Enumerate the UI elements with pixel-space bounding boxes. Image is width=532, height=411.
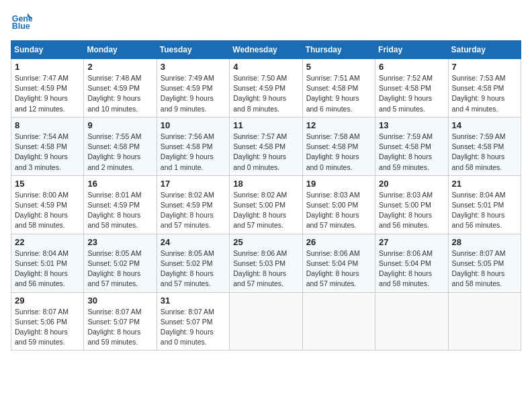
- day-info: Sunrise: 8:02 AMSunset: 4:59 PMDaylight:…: [161, 190, 226, 231]
- day-number: 22: [15, 237, 80, 247]
- day-number: 19: [306, 179, 371, 189]
- calendar-cell: 24Sunrise: 8:05 AMSunset: 5:02 PMDayligh…: [157, 234, 229, 292]
- day-number: 18: [233, 179, 298, 189]
- col-wednesday: Wednesday: [230, 41, 302, 59]
- calendar-cell: 10Sunrise: 7:56 AMSunset: 4:58 PMDayligh…: [157, 117, 229, 175]
- svg-text:Blue: Blue: [12, 21, 30, 31]
- calendar-cell: 9Sunrise: 7:55 AMSunset: 4:58 PMDaylight…: [84, 117, 157, 175]
- logo-icon: General Blue: [11, 11, 32, 32]
- day-number: 21: [452, 179, 517, 189]
- calendar-cell: 16Sunrise: 8:01 AMSunset: 4:59 PMDayligh…: [84, 175, 157, 234]
- day-info: Sunrise: 7:54 AMSunset: 4:58 PMDaylight:…: [15, 132, 80, 173]
- col-monday: Monday: [84, 41, 157, 59]
- calendar-cell: 22Sunrise: 8:04 AMSunset: 5:01 PMDayligh…: [11, 234, 84, 292]
- calendar-cell: 13Sunrise: 7:59 AMSunset: 4:58 PMDayligh…: [375, 117, 448, 175]
- day-info: Sunrise: 7:59 AMSunset: 4:58 PMDaylight:…: [379, 132, 444, 173]
- day-info: Sunrise: 7:58 AMSunset: 4:58 PMDaylight:…: [306, 132, 371, 173]
- day-info: Sunrise: 8:07 AMSunset: 5:06 PMDaylight:…: [15, 307, 80, 348]
- day-number: 16: [87, 179, 152, 189]
- day-info: Sunrise: 8:03 AMSunset: 5:00 PMDaylight:…: [379, 190, 444, 231]
- day-number: 13: [379, 120, 444, 130]
- day-number: 8: [15, 120, 80, 130]
- day-info: Sunrise: 8:07 AMSunset: 5:07 PMDaylight:…: [87, 307, 152, 348]
- calendar-cell: 4Sunrise: 7:50 AMSunset: 4:59 PMDaylight…: [230, 59, 302, 118]
- calendar-cell: 17Sunrise: 8:02 AMSunset: 4:59 PMDayligh…: [157, 175, 229, 234]
- day-number: 3: [161, 62, 226, 72]
- calendar-cell: [375, 292, 448, 351]
- day-info: Sunrise: 8:06 AMSunset: 5:04 PMDaylight:…: [306, 248, 371, 289]
- day-info: Sunrise: 7:51 AMSunset: 4:58 PMDaylight:…: [306, 73, 371, 114]
- day-info: Sunrise: 8:07 AMSunset: 5:07 PMDaylight:…: [161, 307, 226, 348]
- day-number: 12: [306, 120, 371, 130]
- day-number: 27: [379, 237, 444, 247]
- calendar-cell: 28Sunrise: 8:07 AMSunset: 5:05 PMDayligh…: [448, 234, 521, 292]
- day-info: Sunrise: 7:57 AMSunset: 4:58 PMDaylight:…: [233, 132, 298, 173]
- day-info: Sunrise: 8:01 AMSunset: 4:59 PMDaylight:…: [87, 190, 152, 231]
- day-info: Sunrise: 8:02 AMSunset: 5:00 PMDaylight:…: [233, 190, 298, 231]
- day-info: Sunrise: 8:07 AMSunset: 5:05 PMDaylight:…: [452, 248, 517, 289]
- day-info: Sunrise: 8:00 AMSunset: 4:59 PMDaylight:…: [15, 190, 80, 231]
- day-number: 28: [452, 237, 517, 247]
- day-number: 25: [233, 237, 298, 247]
- day-number: 24: [161, 237, 226, 247]
- day-number: 1: [15, 62, 80, 72]
- day-number: 29: [15, 295, 80, 306]
- day-info: Sunrise: 8:05 AMSunset: 5:02 PMDaylight:…: [161, 248, 226, 289]
- day-number: 6: [379, 62, 444, 72]
- day-number: 2: [87, 62, 152, 72]
- day-number: 20: [379, 179, 444, 189]
- day-info: Sunrise: 8:05 AMSunset: 5:02 PMDaylight:…: [87, 248, 152, 289]
- calendar-cell: 12Sunrise: 7:58 AMSunset: 4:58 PMDayligh…: [302, 117, 375, 175]
- day-number: 10: [161, 120, 226, 130]
- calendar-cell: 2Sunrise: 7:48 AMSunset: 4:59 PMDaylight…: [84, 59, 157, 118]
- day-info: Sunrise: 7:53 AMSunset: 4:58 PMDaylight:…: [452, 73, 517, 114]
- day-number: 26: [306, 237, 371, 247]
- day-number: 5: [306, 62, 371, 72]
- col-friday: Friday: [375, 41, 448, 59]
- day-number: 31: [161, 295, 226, 306]
- calendar-cell: [302, 292, 375, 351]
- calendar-cell: 1Sunrise: 7:47 AMSunset: 4:59 PMDaylight…: [11, 59, 84, 118]
- day-info: Sunrise: 7:48 AMSunset: 4:59 PMDaylight:…: [87, 73, 152, 114]
- calendar-cell: 7Sunrise: 7:53 AMSunset: 4:58 PMDaylight…: [448, 59, 521, 118]
- day-info: Sunrise: 7:56 AMSunset: 4:58 PMDaylight:…: [161, 132, 226, 173]
- calendar-cell: [230, 292, 302, 351]
- calendar-cell: 5Sunrise: 7:51 AMSunset: 4:58 PMDaylight…: [302, 59, 375, 118]
- day-info: Sunrise: 7:55 AMSunset: 4:58 PMDaylight:…: [87, 132, 152, 173]
- calendar-cell: 8Sunrise: 7:54 AMSunset: 4:58 PMDaylight…: [11, 117, 84, 175]
- day-info: Sunrise: 8:04 AMSunset: 5:01 PMDaylight:…: [15, 248, 80, 289]
- day-info: Sunrise: 8:03 AMSunset: 5:00 PMDaylight:…: [306, 190, 371, 231]
- calendar-cell: 11Sunrise: 7:57 AMSunset: 4:58 PMDayligh…: [230, 117, 302, 175]
- col-thursday: Thursday: [302, 41, 375, 59]
- col-saturday: Saturday: [448, 41, 521, 59]
- day-info: Sunrise: 7:59 AMSunset: 4:58 PMDaylight:…: [452, 132, 517, 173]
- day-number: 30: [87, 295, 152, 306]
- calendar-cell: 21Sunrise: 8:04 AMSunset: 5:01 PMDayligh…: [448, 175, 521, 234]
- day-number: 15: [15, 179, 80, 189]
- day-number: 4: [233, 62, 298, 72]
- calendar-cell: 31Sunrise: 8:07 AMSunset: 5:07 PMDayligh…: [157, 292, 229, 351]
- col-tuesday: Tuesday: [157, 41, 229, 59]
- calendar-cell: 23Sunrise: 8:05 AMSunset: 5:02 PMDayligh…: [84, 234, 157, 292]
- day-info: Sunrise: 8:04 AMSunset: 5:01 PMDaylight:…: [452, 190, 517, 231]
- calendar-cell: 29Sunrise: 8:07 AMSunset: 5:06 PMDayligh…: [11, 292, 84, 351]
- calendar-cell: 18Sunrise: 8:02 AMSunset: 5:00 PMDayligh…: [230, 175, 302, 234]
- calendar-cell: 6Sunrise: 7:52 AMSunset: 4:58 PMDaylight…: [375, 59, 448, 118]
- logo: General Blue: [11, 11, 35, 32]
- calendar-cell: 26Sunrise: 8:06 AMSunset: 5:04 PMDayligh…: [302, 234, 375, 292]
- day-number: 23: [87, 237, 152, 247]
- calendar-cell: 20Sunrise: 8:03 AMSunset: 5:00 PMDayligh…: [375, 175, 448, 234]
- day-number: 11: [233, 120, 298, 130]
- calendar-cell: 25Sunrise: 8:06 AMSunset: 5:03 PMDayligh…: [230, 234, 302, 292]
- day-number: 9: [87, 120, 152, 130]
- calendar-cell: 19Sunrise: 8:03 AMSunset: 5:00 PMDayligh…: [302, 175, 375, 234]
- calendar-cell: 14Sunrise: 7:59 AMSunset: 4:58 PMDayligh…: [448, 117, 521, 175]
- calendar-cell: 3Sunrise: 7:49 AMSunset: 4:59 PMDaylight…: [157, 59, 229, 118]
- calendar-cell: [448, 292, 521, 351]
- day-info: Sunrise: 7:50 AMSunset: 4:59 PMDaylight:…: [233, 73, 298, 114]
- day-number: 7: [452, 62, 517, 72]
- calendar-cell: 30Sunrise: 8:07 AMSunset: 5:07 PMDayligh…: [84, 292, 157, 351]
- col-sunday: Sunday: [11, 41, 84, 59]
- calendar-cell: 15Sunrise: 8:00 AMSunset: 4:59 PMDayligh…: [11, 175, 84, 234]
- day-number: 17: [161, 179, 226, 189]
